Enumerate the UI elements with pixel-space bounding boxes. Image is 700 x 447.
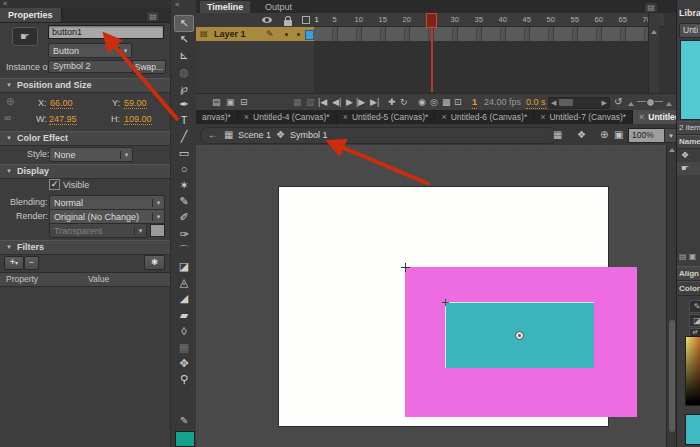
document-tab-untitled-5-canvas-[interactable]: ×Untitled-5 (Canvas)* [337,110,436,124]
brush-tool[interactable]: ✐ [175,210,193,225]
w-value[interactable]: 247.95 [49,114,77,125]
library-item-symbol[interactable]: ❖ [677,149,700,162]
timeline-ruler[interactable]: 1510152025303540455055606570 [314,13,664,27]
document-tab-untitled-6-canvas-[interactable]: ×Untitled-6 (Canvas)* [435,110,534,124]
rectangle-tool[interactable]: ▭ [175,146,193,161]
eyedropper-tool[interactable]: ◢ [175,291,193,306]
center-stage-icon[interactable]: ⊕ [600,128,608,141]
show-hide-all-layers-eye-icon[interactable] [262,17,272,23]
scroll-up-icon[interactable] [651,30,657,34]
elapsed-time-indicator[interactable]: 0.0 s [526,96,546,109]
close-tab-icon[interactable]: × [540,110,545,124]
edit-symbols-icon[interactable]: ❖ [577,128,586,141]
layer-row-layer1[interactable]: ▤ Layer 1 ✎ [196,27,314,41]
onion-skin-outlines-button[interactable]: ◎ [430,96,438,108]
section-display[interactable]: ▼Display [0,164,170,179]
timeline-zoom-slider[interactable] [637,101,663,102]
render-dropdown[interactable]: Original (No Change) ▾ [49,209,165,224]
play-button[interactable]: ▶ [346,96,353,108]
scrollbar-thumb[interactable] [669,320,675,432]
align-panel-header[interactable]: Align [677,266,700,281]
tab-timeline[interactable]: Timeline [200,1,250,13]
swap-button[interactable]: Swap... [132,60,166,74]
fill-color-swatch[interactable] [175,431,195,447]
properties-panel-menu-icon[interactable]: ▤ [146,11,160,22]
section-filters[interactable]: ▼Filters [0,240,170,255]
close-tab-icon[interactable]: × [441,110,446,124]
width-tool[interactable]: ◊ [175,324,193,339]
timeline-horizontal-scrollbar[interactable]: ◀ ▶ [548,97,610,109]
layer-lock-dot[interactable] [297,33,300,36]
fill-color-control[interactable]: ◪ [689,314,700,327]
x-value[interactable]: 66.00 [50,98,73,109]
section-color-effect[interactable]: ▼Color Effect [0,131,170,146]
lasso-tool[interactable]: ℘ [175,81,193,96]
timeline-scrollbar[interactable] [648,13,659,93]
document-tab-untitled-4-canvas-[interactable]: ×Untitled-4 (Canvas)* [238,110,337,124]
new-folder-button[interactable]: ▣ [226,96,235,108]
zoom-tool[interactable]: ⚲ [175,372,193,387]
visible-checkbox[interactable]: ✓ [49,179,60,190]
new-symbol-icon[interactable]: ▤ [679,252,687,261]
pen-tool[interactable]: ✒ [175,97,193,112]
stroke-color-icon[interactable]: ✎ [180,415,188,426]
oval-tool[interactable]: ○ [175,162,193,177]
breadcrumb-scene[interactable]: Scene 1 [238,130,271,140]
remove-filter-button[interactable]: − [24,256,39,270]
layer-name[interactable]: Layer 1 [214,27,246,41]
edit-multiple-frames-button[interactable]: ▩ [442,96,451,108]
close-tab-icon[interactable]: × [244,110,249,124]
clip-content-icon[interactable]: ▣ [614,128,623,141]
color-panel-header[interactable]: Color [677,281,700,296]
edit-scene-icon[interactable]: ▦ [553,128,562,141]
stroke-color-control[interactable]: ✎ [689,300,700,313]
paint-bucket-tool[interactable]: ◪ [175,259,193,274]
collapse-tools-icon[interactable]: « [175,0,179,9]
eraser-tool[interactable]: ▰ [175,308,193,323]
line-tool[interactable]: ╱ [175,129,193,144]
y-value[interactable]: 59.00 [124,98,147,109]
zoom-out-frames-icon[interactable] [628,102,634,106]
modify-markers-button[interactable]: ⊡ [454,96,462,108]
tab-output[interactable]: Output [258,1,299,13]
loop-button[interactable]: ↻ [400,96,408,108]
blending-dropdown[interactable]: Normal ▾ [49,195,165,210]
frame-rate-indicator[interactable]: 24.00 fps [484,96,521,108]
library-item-button[interactable]: ☛ [677,162,700,175]
slider-thumb[interactable] [646,98,655,107]
new-layer-button[interactable]: ▤ [212,96,221,108]
paint-brush-tool[interactable]: ✑ [175,227,193,242]
text-tool[interactable]: T [175,113,193,128]
new-folder-icon[interactable]: ▣ [689,252,697,261]
breadcrumb-symbol[interactable]: Symbol 1 [290,130,328,140]
timeline-panel-menu-icon[interactable]: ▤ [644,2,658,13]
symbol-type-dropdown[interactable]: Button ▾ [48,43,132,58]
instance-name-input[interactable]: button1 [48,25,164,39]
bone-tool[interactable]: ⌒ [175,243,193,258]
layer-outline-color-square[interactable] [305,30,314,40]
layer-visibility-dot[interactable] [285,33,288,36]
scroll-right-icon[interactable]: ▶ [602,99,607,107]
pencil-tool[interactable]: ✎ [175,194,193,209]
current-frame-indicator[interactable]: 1 [472,96,477,109]
polystar-tool[interactable]: ✶ [175,178,193,193]
section-position-and-size[interactable]: ▼Position and Size [0,78,170,93]
zoom-level-select[interactable]: 100% [628,128,667,143]
h-value[interactable]: 109.00 [124,114,152,125]
go-to-last-frame-button[interactable]: ▶| [370,96,379,108]
color-picker-gradient[interactable] [685,336,700,406]
tab-properties[interactable]: Properties [0,8,62,22]
collapse-panel-icon[interactable]: « [3,0,7,8]
scroll-up-icon[interactable] [669,148,675,152]
style-dropdown[interactable]: None ▾ [49,147,133,162]
zoom-in-frames-icon[interactable] [666,102,672,106]
free-transform-tool[interactable]: ⊾ [175,48,193,63]
ink-bottle-tool[interactable]: ◬ [175,275,193,290]
close-tab-icon[interactable]: × [343,110,348,124]
reset-timeline-zoom-button[interactable]: ↺ [614,96,622,108]
center-frame-button[interactable]: ✚ [388,96,396,108]
scroll-left-icon[interactable]: ◀ [551,99,556,107]
link-width-height-icon[interactable]: ∞ [4,112,11,123]
onion-skin-button[interactable]: ◉ [418,96,426,108]
tab-overflow-icon[interactable]: » [666,112,670,122]
